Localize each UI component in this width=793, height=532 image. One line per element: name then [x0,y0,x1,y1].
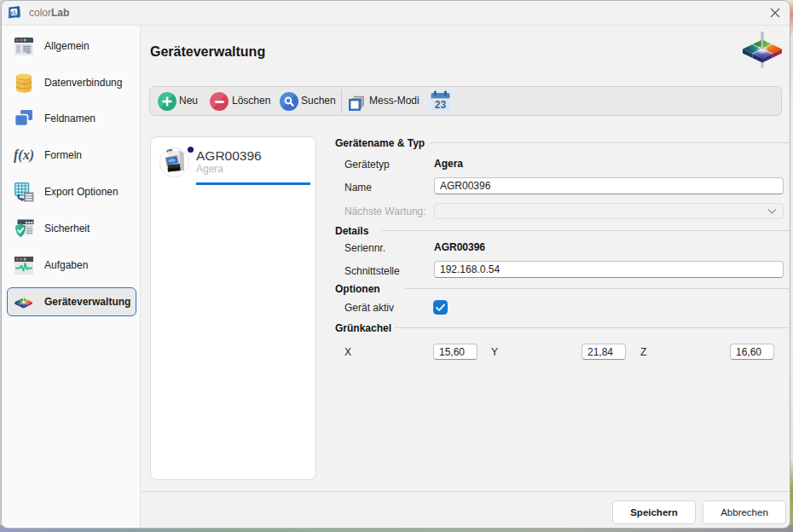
svg-text:cL: cL [10,9,17,16]
svg-text:23: 23 [435,99,447,111]
